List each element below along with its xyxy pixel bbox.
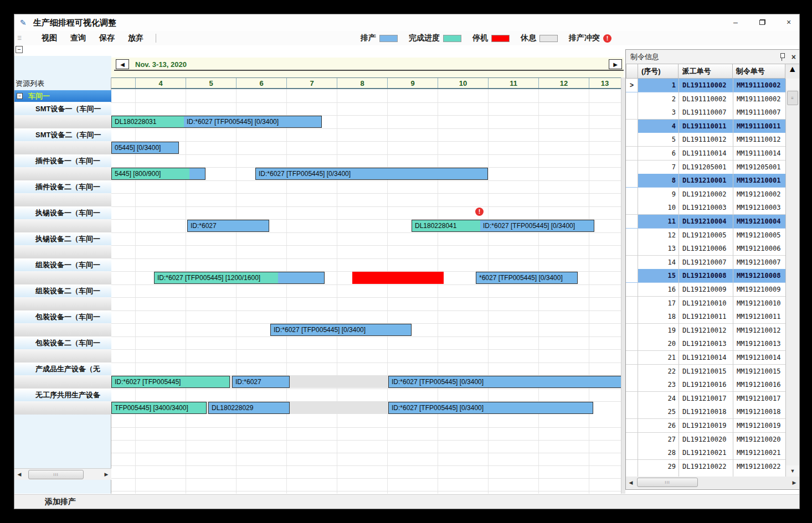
- order-row[interactable]: 18DL191210011MM191210011: [626, 310, 787, 324]
- resource-row[interactable]: 插件设备一（车间一: [14, 154, 111, 167]
- order-row[interactable]: 28DL191210021MM191210021: [626, 446, 787, 460]
- resource-row[interactable]: 包装设备二（车间一: [14, 336, 111, 349]
- order-row[interactable]: 2DL191110002MM191110002: [626, 92, 787, 106]
- resource-band: [14, 167, 111, 180]
- order-row[interactable]: 6DL191110014MM191110014: [626, 147, 787, 160]
- gantt-bar[interactable]: TFP005445] [3400/3400]: [111, 402, 207, 414]
- scrollbar-thumb[interactable]: ≡: [787, 91, 798, 105]
- seq-cell: 18: [638, 310, 679, 324]
- day-gridline: [186, 89, 186, 494]
- order-row[interactable]: 9DL191210002MM191210002: [626, 188, 787, 201]
- gantt-bar[interactable]: DL180228029: [208, 402, 290, 414]
- order-row[interactable]: 3DL191110007MM191110007: [626, 106, 787, 120]
- menu-item[interactable]: 放弃: [128, 33, 143, 43]
- gantt-bar[interactable]: ID:*6027 [TFP005445]: [111, 376, 230, 388]
- workshop-node[interactable]: − 车间一: [14, 90, 111, 102]
- menu-item[interactable]: 视图: [42, 33, 57, 43]
- pin-icon[interactable]: [779, 53, 785, 61]
- tree-collapse-icon[interactable]: −: [17, 93, 23, 99]
- downtime-block[interactable]: [352, 272, 444, 284]
- scroll-left-icon[interactable]: ◀: [14, 469, 24, 480]
- resource-row[interactable]: 包装设备一（车间一: [14, 310, 111, 323]
- order-row[interactable]: 4DL191110011MM191110011: [626, 120, 787, 133]
- scroll-left-icon[interactable]: ◀: [626, 477, 636, 489]
- resource-row[interactable]: 组装设备二（车间一: [14, 284, 111, 297]
- order-row[interactable]: >1DL191110002MM191110002: [626, 79, 787, 92]
- sidebar-horizontal-scrollbar[interactable]: ◀ III ▶: [14, 468, 111, 480]
- dispatch-no-cell: DL191210002: [679, 188, 733, 201]
- minimize-button[interactable]: –: [729, 17, 742, 28]
- resource-row[interactable]: 产成品生产设备（无: [14, 363, 111, 375]
- collapse-all-icon[interactable]: −: [16, 46, 23, 53]
- resource-row[interactable]: 执锡设备一（车间一: [14, 206, 111, 219]
- order-row[interactable]: 8DL191210001MM191210001: [626, 174, 787, 188]
- seq-cell: 25: [638, 405, 679, 419]
- order-row[interactable]: 21DL191210014MM191210014: [626, 351, 787, 365]
- panel-close-icon[interactable]: ×: [792, 53, 796, 61]
- orders-horizontal-scrollbar[interactable]: ◀ III ▶: [626, 477, 799, 489]
- prev-period-button[interactable]: ◀: [116, 59, 129, 69]
- gantt-bar[interactable]: ID:*6027 [TFP005445] [0/3400]: [270, 324, 412, 336]
- order-row[interactable]: 14DL191210007MM191210007: [626, 256, 787, 270]
- order-row[interactable]: 19DL191210012MM191210012: [626, 324, 787, 338]
- resource-row[interactable]: SMT设备一（车间一: [14, 102, 111, 115]
- order-row[interactable]: 10DL191210003MM191210003: [626, 201, 787, 215]
- restore-button[interactable]: [756, 17, 768, 28]
- toolbar-grip-icon: ☰: [17, 35, 22, 41]
- order-row[interactable]: 29DL191210022MM191210022: [626, 460, 787, 474]
- scroll-right-icon[interactable]: ▶: [789, 477, 799, 489]
- conflict-warning-icon[interactable]: !: [475, 208, 484, 216]
- gantt-bar[interactable]: ID:*6027: [232, 376, 290, 388]
- order-row[interactable]: 7DL191205001MM191205001: [626, 160, 787, 174]
- order-row[interactable]: 16DL191210009MM191210009: [626, 283, 787, 297]
- scroll-up-icon[interactable]: [786, 79, 799, 90]
- gantt-bar[interactable]: 5445] [800/900]: [111, 168, 205, 180]
- next-period-button[interactable]: ▶: [609, 59, 622, 69]
- gantt-bar[interactable]: ID:*6027 [TFP005445] [0/3400]: [388, 376, 621, 388]
- order-row[interactable]: 11DL191210004MM191210004: [626, 215, 787, 229]
- gantt-bar[interactable]: 05445] [0/3400]: [111, 142, 179, 154]
- seq-cell: 12: [638, 229, 679, 242]
- bar-segment-progress: DL180228041: [412, 220, 480, 231]
- order-row[interactable]: 20DL191210013MM191210013: [626, 337, 787, 351]
- scrollbar-thumb[interactable]: III: [28, 470, 84, 479]
- row-selector-cell: [626, 392, 638, 406]
- chart-vertical-scrollbar[interactable]: [621, 77, 625, 494]
- day-gridline: [589, 89, 589, 494]
- resource-row[interactable]: 插件设备二（车间一: [14, 180, 111, 193]
- gantt-bar[interactable]: ID:*6027 [TFP005445] [1200/1600]: [154, 272, 325, 284]
- order-row[interactable]: 13DL191210006MM191210006: [626, 242, 787, 256]
- orders-vertical-scrollbar[interactable]: ≡ ▼: [785, 79, 799, 477]
- close-button[interactable]: ×: [783, 17, 795, 28]
- menu-item[interactable]: 保存: [99, 33, 115, 43]
- order-row[interactable]: 5DL191110012MM191110012: [626, 133, 787, 147]
- add-schedule-button[interactable]: 添加排产: [45, 497, 76, 507]
- resource-row[interactable]: 执锡设备二（车间一: [14, 232, 111, 245]
- order-row[interactable]: 12DL191210005MM191210005: [626, 229, 787, 242]
- gantt-bar[interactable]: DL180228031ID:*6027 [TFP005445] [0/3400]: [111, 116, 322, 128]
- order-row[interactable]: 17DL191210010MM191210010: [626, 297, 787, 310]
- gantt-bar[interactable]: ID:*6027: [187, 220, 269, 232]
- header-dispatch-no: 派工单号: [679, 64, 732, 79]
- order-row[interactable]: 27DL191210020MM191210020: [626, 433, 787, 447]
- resource-row[interactable]: 组装设备一（车间一: [14, 258, 111, 271]
- order-row[interactable]: 22DL191210015MM191210015: [626, 365, 787, 379]
- scrollbar-thumb[interactable]: III: [637, 478, 698, 487]
- gantt-bar[interactable]: ID:*6027 [TFP005445] [0/3400]: [388, 402, 593, 414]
- resource-row[interactable]: SMT设备二（车间一: [14, 128, 111, 141]
- order-row[interactable]: 25DL191210018MM191210018: [626, 405, 787, 419]
- order-row[interactable]: 15DL191210008MM191210008: [626, 269, 787, 283]
- order-row[interactable]: 23DL191210016MM191210016: [626, 378, 787, 392]
- row-selector-cell: [626, 297, 638, 310]
- order-row[interactable]: 26DL191210019MM191210019: [626, 419, 787, 433]
- scroll-down-icon[interactable]: ▼: [786, 465, 799, 477]
- gantt-bar[interactable]: ID:*6027 [TFP005445] [0/3400]: [255, 168, 488, 180]
- day-cell: 7: [286, 78, 337, 88]
- order-row[interactable]: 24DL191210017MM191210017: [626, 392, 787, 406]
- gantt-bar[interactable]: *6027 [TFP005445] [0/3400]: [476, 272, 578, 284]
- scroll-right-icon[interactable]: ▶: [101, 469, 111, 480]
- resource-row[interactable]: 无工序共用生产设备: [14, 389, 111, 401]
- order-no-cell: MM191210004: [733, 215, 787, 229]
- menu-item[interactable]: 查询: [70, 33, 86, 43]
- gantt-bar[interactable]: DL180228041ID:*6027 [TFP005445] [0/3400]: [412, 220, 594, 232]
